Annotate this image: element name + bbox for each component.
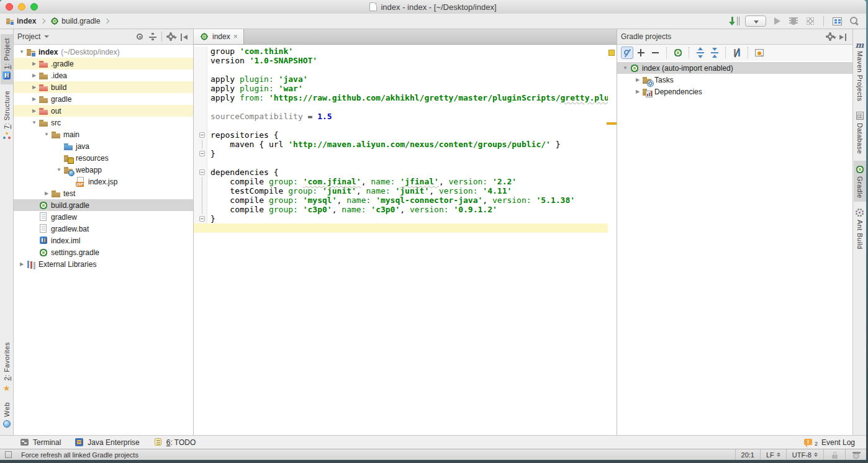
fold-close-icon[interactable] (199, 216, 205, 222)
code-line[interactable]: repositories { (194, 130, 608, 140)
close-tab-icon[interactable]: × (233, 33, 238, 40)
tool-tab-1-project[interactable]: 1: Project (1, 34, 13, 84)
expand-arrow[interactable]: ▼ (621, 65, 630, 71)
expand-arrow[interactable]: ▶ (633, 89, 642, 94)
run-config-combo-icon[interactable] (745, 16, 766, 27)
code-line[interactable]: dependencies { (194, 168, 608, 177)
hide-right-icon[interactable] (838, 31, 849, 42)
tree-row-index-jsp[interactable]: index.jsp (14, 176, 193, 187)
tree-row-build-gradle[interactable]: build.gradle (14, 199, 193, 211)
collapse-tree-icon[interactable] (708, 47, 721, 59)
tree-row-settings-gradle[interactable]: settings.gradle (14, 246, 193, 258)
tree-row-src[interactable]: ▼src (14, 117, 193, 128)
editor-tab-index[interactable]: index × (194, 29, 244, 44)
expand-arrow[interactable]: ▶ (633, 77, 642, 83)
tree-row-index-auto-import-enabled[interactable]: ▼index (auto-import enabled) (617, 62, 852, 74)
line-separator-widget[interactable]: LF (760, 449, 786, 460)
collapse-dots-icon[interactable] (147, 31, 158, 42)
project-view-selector[interactable]: Project (17, 32, 40, 41)
remove-icon[interactable] (649, 47, 662, 59)
tree-row-java[interactable]: java (14, 140, 193, 152)
gradle-run-icon[interactable] (672, 47, 684, 59)
expand-arrow[interactable]: ▶ (17, 261, 26, 267)
bottom-button-java-enterprise[interactable]: Java Enterprise (75, 438, 139, 447)
code-line[interactable]: apply plugin: 'war' (194, 84, 608, 93)
expand-arrow[interactable]: ▼ (17, 49, 26, 55)
offline-icon[interactable] (731, 47, 743, 59)
code-line[interactable]: maven { url 'http://maven.aliyun.com/nex… (194, 140, 608, 149)
code-line[interactable]: version '1.0-SNAPSHOT' (194, 56, 608, 65)
expand-arrow[interactable]: ▶ (42, 191, 51, 196)
tree-row-test[interactable]: ▶test (14, 187, 193, 199)
breadcrumb-item-build-gradle[interactable]: build.gradle (61, 17, 100, 25)
locate-icon[interactable] (134, 31, 145, 42)
fold-open-icon[interactable] (199, 132, 205, 138)
tree-row-external-libraries[interactable]: ▶External Libraries (14, 258, 193, 270)
expand-arrow[interactable]: ▼ (55, 167, 63, 173)
expand-arrow[interactable]: ▶ (30, 108, 38, 114)
refresh-icon[interactable] (621, 47, 633, 59)
code-line[interactable]: sourceCompatibility = 1.5 (194, 112, 608, 121)
run-icon[interactable] (771, 15, 783, 27)
highlighting-level-widget[interactable] (845, 449, 866, 460)
tree-row-idea[interactable]: ▶.idea (14, 70, 193, 81)
code-line[interactable]: compile group: 'c3p0', name: 'c3p0', ver… (194, 205, 608, 214)
code-line[interactable]: compile group: 'com.jfinal', name: 'jfin… (194, 177, 608, 186)
expand-tree-icon[interactable] (694, 47, 707, 59)
event-log-button[interactable]: 2 Event Log (803, 438, 866, 447)
encoding-widget[interactable]: UTF-8 (786, 449, 823, 460)
code-line[interactable]: testCompile group: 'junit', name: 'junit… (194, 186, 608, 196)
code-line[interactable]: compile group: 'mysql', name: 'mysql-con… (194, 196, 608, 205)
tool-tab-web[interactable]: Web (1, 398, 13, 433)
code-line[interactable] (194, 121, 608, 130)
tree-row-gradlew[interactable]: gradlew (14, 211, 193, 223)
settings-gear-icon[interactable] (825, 31, 836, 42)
expand-arrow[interactable]: ▶ (30, 73, 38, 78)
code-line[interactable]: } (194, 214, 608, 223)
expand-arrow[interactable]: ▶ (30, 61, 38, 66)
expand-arrow[interactable]: ▶ (30, 96, 38, 102)
bottom-button-6-todo[interactable]: 6: TODO (153, 438, 196, 447)
fold-open-icon[interactable] (199, 169, 205, 175)
tree-row-gradle[interactable]: ▶gradle (14, 93, 193, 105)
code-line[interactable]: apply from: 'https://raw.github.com/akhi… (194, 93, 608, 102)
tree-row-main[interactable]: ▼main (14, 128, 193, 140)
coverage-icon[interactable] (804, 15, 816, 27)
code-line[interactable] (194, 158, 608, 168)
code-line[interactable] (194, 65, 608, 74)
tool-window-switcher-icon[interactable] (4, 450, 14, 460)
caret-position-widget[interactable]: 20:1 (735, 449, 760, 460)
tree-row-build[interactable]: ▶build (14, 81, 193, 93)
tree-row-gradlew-bat[interactable]: gradlew.bat (14, 223, 193, 235)
tool-tab-2-favorites[interactable]: 2: Favorites (1, 338, 13, 396)
hide-left-icon[interactable] (178, 31, 189, 42)
error-stripe-mark[interactable] (607, 122, 617, 125)
chevron-down-icon[interactable] (44, 35, 49, 38)
settings-gear-icon[interactable] (166, 31, 177, 42)
title-bar[interactable]: index - index - [~/Desktop/index] (0, 0, 866, 14)
window-layout-icon[interactable] (831, 15, 843, 27)
tree-row-gradle[interactable]: ▶.gradle (14, 58, 193, 70)
code-line[interactable]: } (194, 149, 608, 158)
caret-line[interactable] (194, 223, 608, 233)
code-line[interactable]: apply plugin: 'java' (194, 74, 608, 84)
code-line[interactable]: group 'com.think' (194, 47, 608, 56)
search-icon[interactable] (848, 15, 860, 27)
update-project-icon[interactable] (728, 15, 741, 27)
expand-arrow[interactable]: ▼ (30, 120, 38, 125)
bottom-button-terminal[interactable]: Terminal (20, 438, 61, 447)
tool-tab-7-structure[interactable]: 7: Structure (1, 87, 13, 145)
tool-tab-ant-build[interactable]: Ant Build (854, 204, 866, 253)
tree-row-index-iml[interactable]: index.iml (14, 235, 193, 246)
tree-row-resources[interactable]: resources (14, 152, 193, 164)
inspection-status-marker[interactable] (608, 50, 615, 56)
readonly-toggle[interactable] (823, 449, 845, 460)
breadcrumb-item-index[interactable]: index (17, 17, 36, 25)
expand-arrow[interactable]: ▶ (30, 84, 38, 90)
fold-close-icon[interactable] (199, 151, 205, 156)
tool-tab-gradle[interactable]: Gradle (854, 161, 866, 202)
tree-row-webapp[interactable]: ▼webapp (14, 164, 193, 176)
gradle-settings-icon[interactable] (753, 47, 766, 59)
tree-row-dependencies[interactable]: ▶Dependencies (617, 86, 852, 97)
tool-tab-database[interactable]: Database (854, 107, 866, 158)
